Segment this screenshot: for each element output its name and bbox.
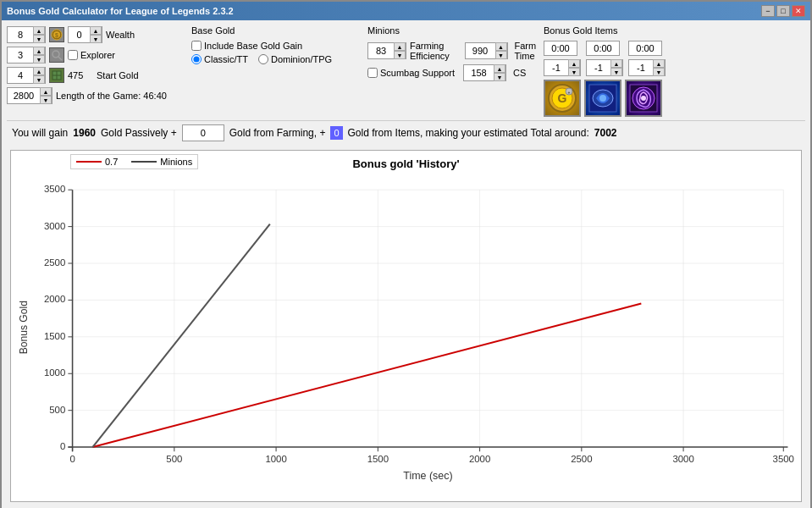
classic-radio-item: Classic/TT	[191, 54, 248, 64]
content-area: ▲ ▼ $ ▲	[2, 20, 810, 508]
bonus-input-1[interactable]	[544, 60, 568, 75]
cs-up[interactable]: ▲	[494, 64, 505, 73]
svg-text:1000: 1000	[265, 454, 286, 464]
scumbag-checkbox[interactable]	[367, 68, 378, 78]
window-title: Bonus Gold Calculator for League of Lege…	[7, 6, 234, 16]
explorer-input[interactable]	[8, 47, 33, 63]
farming-input-summary[interactable]	[182, 124, 224, 141]
base-gold-title: Base Gold	[191, 25, 361, 36]
legend-line-1	[76, 161, 102, 163]
start-gold-icon	[49, 68, 64, 83]
classic-label: Classic/TT	[204, 54, 248, 64]
bonus-spinner-3[interactable]: ▲ ▼	[628, 59, 666, 76]
farm-eff-down[interactable]: ▼	[495, 51, 507, 59]
farming-efficiency-input[interactable]	[466, 43, 495, 58]
cs-spinner[interactable]: ▲ ▼	[463, 64, 506, 81]
game-length-up[interactable]: ▲	[40, 87, 52, 96]
start-gold-btns: ▲ ▼	[33, 67, 45, 84]
farming-efficiency-btns: ▲ ▼	[495, 42, 507, 59]
items-label: Gold from Items, making your estimated T…	[348, 127, 589, 139]
start-gold-row: ▲ ▼ 475 Start Gold	[7, 66, 185, 85]
minions-down[interactable]: ▼	[394, 51, 406, 59]
top-controls: ▲ ▼ $ ▲	[7, 25, 805, 117]
bonus-down-3[interactable]: ▼	[653, 68, 665, 76]
time1-input[interactable]	[544, 41, 577, 56]
bonus-items-panel: Bonus Gold Items ▲ ▼	[544, 25, 805, 117]
y-axis-labels: 0 500 1000 1500 2000 2500 3000 3500	[44, 184, 65, 451]
start-gold-label: Start Gold	[97, 70, 139, 80]
cs-input[interactable]	[464, 65, 494, 80]
wealth-down-btn[interactable]: ▼	[33, 35, 45, 43]
maximize-button[interactable]: □	[776, 5, 790, 17]
explorer-up-btn[interactable]: ▲	[33, 47, 45, 55]
minions-input[interactable]	[368, 43, 394, 58]
minions-spinner[interactable]: ▲ ▼	[367, 42, 406, 59]
svg-text:3000: 3000	[44, 221, 65, 231]
bonus-btns-3: ▲ ▼	[653, 59, 665, 76]
items-value: 0	[330, 126, 342, 140]
time3-input[interactable]	[628, 41, 662, 56]
start-gold-input[interactable]	[8, 68, 33, 83]
explorer-checkbox[interactable]	[68, 50, 78, 60]
bonus-down-1[interactable]: ▼	[568, 68, 580, 76]
wealth-up-btn[interactable]: ▲	[33, 26, 45, 35]
start-gold-spinner[interactable]: ▲ ▼	[7, 67, 46, 84]
item-image-3[interactable]	[625, 80, 662, 117]
bonus-spinner-2[interactable]: ▲ ▼	[586, 59, 623, 76]
svg-text:$: $	[55, 32, 58, 39]
explorer-spinner[interactable]: ▲ ▼	[7, 47, 46, 64]
game-length-input[interactable]	[8, 88, 40, 103]
wealth-spinner[interactable]: ▲ ▼	[7, 26, 46, 43]
explorer-row: ▲ ▼ Explorer	[7, 46, 185, 64]
svg-text:3500: 3500	[773, 454, 794, 464]
svg-text:2000: 2000	[44, 295, 65, 305]
explorer-icon	[49, 47, 64, 63]
y-axis-title: Bonus Gold	[18, 301, 30, 354]
game-length-spinner[interactable]: ▲ ▼	[7, 87, 52, 104]
bonus-input-3[interactable]	[629, 60, 653, 75]
minimize-button[interactable]: −	[761, 5, 775, 17]
start-gold-down[interactable]: ▼	[33, 75, 45, 84]
dominion-radio[interactable]	[258, 54, 268, 64]
wealth-second-spinner[interactable]: ▲ ▼	[68, 26, 102, 43]
dominion-radio-item: Dominion/TPG	[258, 54, 332, 64]
include-base-gold-checkbox[interactable]	[191, 41, 202, 51]
tick-marks	[68, 190, 783, 451]
farm-eff-up[interactable]: ▲	[495, 42, 507, 51]
classic-radio[interactable]	[191, 54, 202, 64]
wealth-second-up[interactable]: ▲	[90, 26, 102, 35]
game-length-down[interactable]: ▼	[40, 96, 52, 104]
title-bar: Bonus Gold Calculator for League of Lege…	[2, 2, 810, 20]
legend-line-2	[131, 161, 157, 163]
chart-area: Bonus gold 'History' 0.7 Minions	[10, 150, 802, 502]
start-gold-up[interactable]: ▲	[33, 67, 45, 75]
bonus-up-2[interactable]: ▲	[610, 59, 622, 68]
cs-down[interactable]: ▼	[494, 73, 505, 81]
bonus-btns-2: ▲ ▼	[610, 59, 622, 76]
wealth-second-btns: ▲ ▼	[90, 26, 102, 43]
svg-point-15	[599, 95, 606, 102]
wealth-spinner-btns: ▲ ▼	[33, 26, 45, 43]
svg-text:1500: 1500	[44, 331, 65, 341]
wealth-label: Wealth	[106, 30, 135, 40]
minions-up[interactable]: ▲	[394, 42, 406, 51]
wealth-second-input[interactable]	[69, 27, 90, 42]
close-button[interactable]: ✕	[792, 5, 805, 17]
bonus-up-3[interactable]: ▲	[653, 59, 665, 68]
time2-input[interactable]	[586, 41, 620, 56]
bonus-spinner-1[interactable]: ▲ ▼	[544, 59, 581, 76]
bonus-up-1[interactable]: ▲	[568, 59, 580, 68]
item-image-1[interactable]: G +	[544, 80, 581, 117]
passive-label: Gold Passively +	[101, 127, 177, 139]
svg-line-4	[58, 57, 62, 60]
bonus-input-2[interactable]	[587, 60, 610, 75]
bonus-down-2[interactable]: ▼	[610, 68, 622, 76]
wealth-second-down[interactable]: ▼	[90, 35, 102, 43]
legend-item-1: 0.7	[76, 157, 118, 167]
svg-text:500: 500	[166, 454, 182, 464]
svg-text:+: +	[568, 90, 571, 95]
item-image-2[interactable]	[584, 80, 621, 117]
explorer-down-btn[interactable]: ▼	[33, 55, 45, 64]
farming-efficiency-spinner[interactable]: ▲ ▼	[465, 42, 508, 59]
wealth-input[interactable]	[8, 27, 33, 42]
